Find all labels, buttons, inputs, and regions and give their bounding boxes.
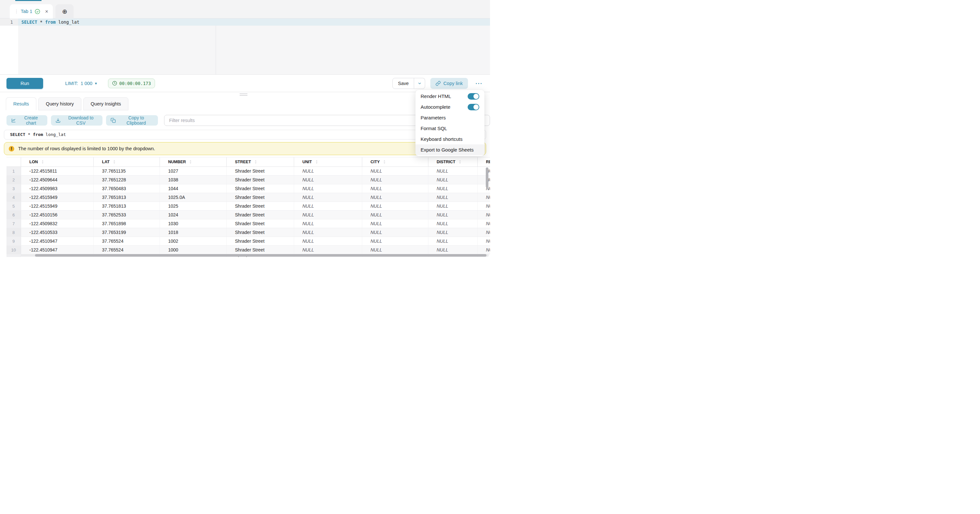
table-cell[interactable]: NULL: [477, 246, 490, 254]
results-tab-results[interactable]: Results: [6, 97, 36, 110]
table-cell[interactable]: NULL: [294, 246, 362, 254]
table-cell[interactable]: NULL: [428, 193, 477, 202]
copy-clipboard-button[interactable]: Copy to Clipboard: [106, 115, 158, 126]
column-header-re[interactable]: RE: [477, 157, 490, 167]
table-cell[interactable]: NULL: [428, 237, 477, 246]
table-cell[interactable]: -122.4510156: [21, 211, 93, 219]
table-cell[interactable]: 1018: [159, 228, 226, 237]
toggle-on-switch[interactable]: [468, 93, 479, 100]
sql-editor[interactable]: 1 SELECT * from long_lat: [0, 19, 490, 75]
table-cell[interactable]: 37.7651813: [93, 202, 159, 211]
table-cell[interactable]: NULL: [477, 228, 490, 237]
table-cell[interactable]: -122.4515811: [21, 167, 93, 176]
table-cell[interactable]: 37.765524: [93, 237, 159, 246]
save-button[interactable]: Save: [392, 78, 414, 89]
column-header-street[interactable]: STREET: [226, 157, 294, 167]
sort-icon[interactable]: [315, 160, 318, 164]
table-cell[interactable]: NULL: [294, 193, 362, 202]
table-cell[interactable]: 1030: [159, 219, 226, 228]
table-cell[interactable]: NULL: [362, 202, 428, 211]
table-cell[interactable]: NULL: [477, 211, 490, 219]
editor-active-line[interactable]: 1 SELECT * from long_lat: [0, 19, 490, 26]
table-cell[interactable]: NULL: [428, 228, 477, 237]
table-cell[interactable]: Shrader Street: [226, 237, 294, 246]
table-cell[interactable]: Shrader Street: [226, 246, 294, 254]
table-cell[interactable]: -122.4509983: [21, 184, 93, 193]
sort-icon[interactable]: [189, 160, 192, 164]
table-cell[interactable]: -122.4510947: [21, 246, 93, 254]
menu-item-parameters[interactable]: Parameters: [415, 112, 485, 123]
table-cell[interactable]: Shrader Street: [226, 193, 294, 202]
vertical-scrollbar-thumb[interactable]: [486, 168, 488, 188]
sort-icon[interactable]: [113, 160, 116, 164]
tab-close-icon[interactable]: ✕: [45, 9, 48, 14]
table-cell[interactable]: NULL: [477, 219, 490, 228]
sort-icon[interactable]: [41, 160, 44, 164]
sql-code-line[interactable]: SELECT * from long_lat: [18, 19, 490, 26]
table-cell[interactable]: NULL: [294, 202, 362, 211]
table-cell[interactable]: 1044: [159, 184, 226, 193]
table-cell[interactable]: 1038: [159, 176, 226, 184]
table-cell[interactable]: 37.7650483: [93, 184, 159, 193]
table-cell[interactable]: NULL: [294, 167, 362, 176]
table-cell[interactable]: NULL: [294, 184, 362, 193]
table-cell[interactable]: -122.4515949: [21, 193, 93, 202]
table-cell[interactable]: Shrader Street: [226, 176, 294, 184]
menu-item-format-sql[interactable]: Format SQL: [415, 123, 485, 134]
table-cell[interactable]: NULL: [362, 184, 428, 193]
table-cell[interactable]: NULL: [477, 237, 490, 246]
table-cell[interactable]: NULL: [294, 228, 362, 237]
tab-drag-grip-icon[interactable]: ⋮: [14, 9, 18, 14]
table-cell[interactable]: 1025.0A: [159, 193, 226, 202]
table-cell[interactable]: -122.4509644: [21, 176, 93, 184]
menu-item-render-html[interactable]: Render HTML: [415, 91, 485, 102]
table-cell[interactable]: NULL: [428, 246, 477, 254]
column-header-number[interactable]: NUMBER: [159, 157, 226, 167]
table-cell[interactable]: NULL: [428, 219, 477, 228]
column-header-unit[interactable]: UNIT: [294, 157, 362, 167]
run-button[interactable]: Run: [6, 78, 43, 89]
table-cell[interactable]: Shrader Street: [226, 228, 294, 237]
table-cell[interactable]: NULL: [294, 176, 362, 184]
table-cell[interactable]: -122.4515949: [21, 202, 93, 211]
table-cell[interactable]: Shrader Street: [226, 167, 294, 176]
table-cell[interactable]: NULL: [362, 237, 428, 246]
copy-link-button[interactable]: Copy link: [430, 78, 468, 89]
new-tab-button[interactable]: ⊕: [56, 4, 73, 19]
pane-resize-handle[interactable]: [240, 93, 247, 97]
menu-item-export-to-google-sheets[interactable]: Export to Google Sheets: [415, 144, 485, 155]
sort-icon[interactable]: [458, 160, 461, 164]
editor-empty-area[interactable]: [18, 26, 490, 74]
table-cell[interactable]: NULL: [362, 211, 428, 219]
table-cell[interactable]: 1024: [159, 211, 226, 219]
table-cell[interactable]: NULL: [294, 219, 362, 228]
sort-icon[interactable]: [383, 160, 386, 164]
table-cell[interactable]: Shrader Street: [226, 184, 294, 193]
column-header-lat[interactable]: LAT: [93, 157, 159, 167]
results-tab-query-insights[interactable]: Query Insights: [83, 97, 129, 110]
table-cell[interactable]: 37.7651898: [93, 219, 159, 228]
table-cell[interactable]: NULL: [428, 184, 477, 193]
table-cell[interactable]: NULL: [428, 202, 477, 211]
table-cell[interactable]: NULL: [428, 167, 477, 176]
create-chart-button[interactable]: Create chart: [6, 115, 47, 126]
menu-item-keyboard-shortcuts[interactable]: Keyboard shortcuts: [415, 134, 485, 144]
column-header-district[interactable]: DISTRICT: [428, 157, 477, 167]
table-cell[interactable]: 37.7651813: [93, 193, 159, 202]
table-cell[interactable]: NULL: [362, 193, 428, 202]
table-cell[interactable]: NULL: [294, 211, 362, 219]
column-header-city[interactable]: CITY: [362, 157, 428, 167]
table-cell[interactable]: -122.4509832: [21, 219, 93, 228]
results-tab-query-history[interactable]: Query history: [38, 97, 81, 110]
table-cell[interactable]: -122.4510947: [21, 237, 93, 246]
horizontal-scrollbar-thumb[interactable]: [35, 254, 487, 257]
table-cell[interactable]: Shrader Street: [226, 219, 294, 228]
table-cell[interactable]: NULL: [428, 176, 477, 184]
toggle-on-switch[interactable]: [468, 104, 479, 110]
download-csv-button[interactable]: Download to CSV: [51, 115, 102, 126]
table-cell[interactable]: NULL: [477, 193, 490, 202]
column-header-lon[interactable]: LON: [21, 157, 93, 167]
table-cell[interactable]: NULL: [362, 176, 428, 184]
menu-item-autocomplete[interactable]: Autocomplete: [415, 102, 485, 112]
sort-icon[interactable]: [254, 160, 257, 164]
